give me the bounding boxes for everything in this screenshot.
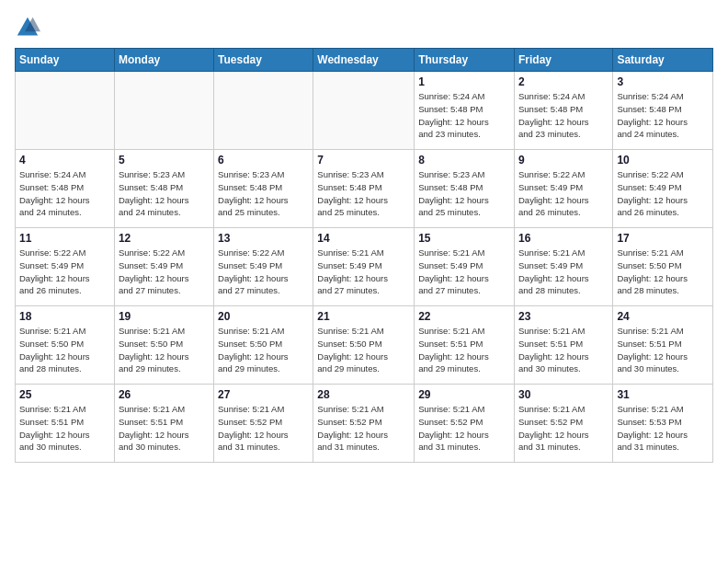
day-number: 30 xyxy=(518,388,609,401)
day-number: 13 xyxy=(218,232,309,245)
calendar: SundayMondayTuesdayWednesdayThursdayFrid… xyxy=(15,48,713,463)
day-number: 16 xyxy=(518,232,609,245)
day-info: Sunrise: 5:22 AM Sunset: 5:49 PM Dayligh… xyxy=(617,168,709,219)
day-info: Sunrise: 5:21 AM Sunset: 5:50 PM Dayligh… xyxy=(218,325,309,375)
day-info: Sunrise: 5:21 AM Sunset: 5:53 PM Dayligh… xyxy=(617,403,709,454)
day-info: Sunrise: 5:21 AM Sunset: 5:51 PM Dayligh… xyxy=(418,325,510,375)
day-info: Sunrise: 5:21 AM Sunset: 5:51 PM Dayligh… xyxy=(19,403,110,454)
calendar-day-cell: 31Sunrise: 5:21 AM Sunset: 5:53 PM Dayli… xyxy=(613,385,713,463)
day-info: Sunrise: 5:24 AM Sunset: 5:48 PM Dayligh… xyxy=(418,90,510,141)
day-number: 21 xyxy=(317,310,410,323)
day-number: 11 xyxy=(19,232,110,245)
day-number: 17 xyxy=(617,232,709,245)
day-info: Sunrise: 5:24 AM Sunset: 5:48 PM Dayligh… xyxy=(518,90,609,141)
day-number: 7 xyxy=(317,154,410,167)
calendar-week-row: 25Sunrise: 5:21 AM Sunset: 5:51 PM Dayli… xyxy=(16,385,713,463)
calendar-day-header: Tuesday xyxy=(214,49,313,72)
calendar-day-cell: 25Sunrise: 5:21 AM Sunset: 5:51 PM Dayli… xyxy=(16,385,115,463)
day-number: 2 xyxy=(518,75,609,88)
day-number: 3 xyxy=(617,75,709,88)
calendar-day-cell xyxy=(313,72,415,150)
day-number: 10 xyxy=(617,154,709,167)
calendar-day-header: Wednesday xyxy=(313,49,415,72)
day-number: 14 xyxy=(317,232,410,245)
day-info: Sunrise: 5:21 AM Sunset: 5:50 PM Dayligh… xyxy=(19,325,110,375)
calendar-day-header: Sunday xyxy=(16,49,115,72)
calendar-day-cell: 3Sunrise: 5:24 AM Sunset: 5:48 PM Daylig… xyxy=(613,72,713,150)
day-number: 4 xyxy=(19,154,110,167)
day-info: Sunrise: 5:21 AM Sunset: 5:50 PM Dayligh… xyxy=(317,325,410,375)
day-info: Sunrise: 5:21 AM Sunset: 5:50 PM Dayligh… xyxy=(617,247,709,297)
day-number: 20 xyxy=(218,310,309,323)
day-number: 23 xyxy=(518,310,609,323)
day-number: 6 xyxy=(218,154,309,167)
day-number: 1 xyxy=(418,75,510,88)
calendar-day-cell: 12Sunrise: 5:22 AM Sunset: 5:49 PM Dayli… xyxy=(114,228,213,306)
day-info: Sunrise: 5:21 AM Sunset: 5:49 PM Dayligh… xyxy=(317,247,410,297)
calendar-day-cell xyxy=(16,72,115,150)
day-number: 22 xyxy=(418,310,510,323)
day-info: Sunrise: 5:22 AM Sunset: 5:49 PM Dayligh… xyxy=(518,168,609,219)
day-info: Sunrise: 5:22 AM Sunset: 5:49 PM Dayligh… xyxy=(119,247,210,297)
calendar-day-cell: 8Sunrise: 5:23 AM Sunset: 5:48 PM Daylig… xyxy=(415,150,515,228)
logo-icon xyxy=(15,15,40,40)
calendar-week-row: 1Sunrise: 5:24 AM Sunset: 5:48 PM Daylig… xyxy=(16,72,713,150)
calendar-day-cell: 24Sunrise: 5:21 AM Sunset: 5:51 PM Dayli… xyxy=(613,306,713,385)
calendar-day-cell: 15Sunrise: 5:21 AM Sunset: 5:49 PM Dayli… xyxy=(415,228,515,306)
calendar-day-cell: 1Sunrise: 5:24 AM Sunset: 5:48 PM Daylig… xyxy=(415,72,515,150)
calendar-day-cell: 23Sunrise: 5:21 AM Sunset: 5:51 PM Dayli… xyxy=(514,306,612,385)
day-number: 28 xyxy=(317,388,410,401)
calendar-day-cell: 30Sunrise: 5:21 AM Sunset: 5:52 PM Dayli… xyxy=(514,385,612,463)
calendar-day-cell: 7Sunrise: 5:23 AM Sunset: 5:48 PM Daylig… xyxy=(313,150,415,228)
day-info: Sunrise: 5:21 AM Sunset: 5:50 PM Dayligh… xyxy=(119,325,210,375)
calendar-day-cell: 20Sunrise: 5:21 AM Sunset: 5:50 PM Dayli… xyxy=(214,306,313,385)
day-number: 5 xyxy=(119,154,210,167)
day-number: 12 xyxy=(119,232,210,245)
calendar-day-cell: 17Sunrise: 5:21 AM Sunset: 5:50 PM Dayli… xyxy=(613,228,713,306)
calendar-day-cell: 10Sunrise: 5:22 AM Sunset: 5:49 PM Dayli… xyxy=(613,150,713,228)
calendar-header-row: SundayMondayTuesdayWednesdayThursdayFrid… xyxy=(16,49,713,72)
calendar-day-cell: 16Sunrise: 5:21 AM Sunset: 5:49 PM Dayli… xyxy=(514,228,612,306)
calendar-day-cell: 4Sunrise: 5:24 AM Sunset: 5:48 PM Daylig… xyxy=(16,150,115,228)
calendar-day-header: Thursday xyxy=(415,49,515,72)
day-number: 29 xyxy=(418,388,510,401)
day-info: Sunrise: 5:21 AM Sunset: 5:51 PM Dayligh… xyxy=(518,325,609,375)
day-number: 15 xyxy=(418,232,510,245)
day-info: Sunrise: 5:22 AM Sunset: 5:49 PM Dayligh… xyxy=(19,247,110,297)
calendar-day-cell xyxy=(114,72,213,150)
day-number: 25 xyxy=(19,388,110,401)
day-info: Sunrise: 5:21 AM Sunset: 5:52 PM Dayligh… xyxy=(317,403,410,454)
calendar-week-row: 11Sunrise: 5:22 AM Sunset: 5:49 PM Dayli… xyxy=(16,228,713,306)
day-info: Sunrise: 5:23 AM Sunset: 5:48 PM Dayligh… xyxy=(218,168,309,219)
calendar-day-cell xyxy=(214,72,313,150)
day-info: Sunrise: 5:21 AM Sunset: 5:51 PM Dayligh… xyxy=(119,403,210,454)
calendar-day-cell: 2Sunrise: 5:24 AM Sunset: 5:48 PM Daylig… xyxy=(514,72,612,150)
calendar-day-cell: 26Sunrise: 5:21 AM Sunset: 5:51 PM Dayli… xyxy=(114,385,213,463)
calendar-day-header: Friday xyxy=(514,49,612,72)
calendar-day-cell: 18Sunrise: 5:21 AM Sunset: 5:50 PM Dayli… xyxy=(16,306,115,385)
day-info: Sunrise: 5:21 AM Sunset: 5:52 PM Dayligh… xyxy=(418,403,510,454)
calendar-day-cell: 14Sunrise: 5:21 AM Sunset: 5:49 PM Dayli… xyxy=(313,228,415,306)
calendar-day-cell: 29Sunrise: 5:21 AM Sunset: 5:52 PM Dayli… xyxy=(415,385,515,463)
calendar-day-cell: 22Sunrise: 5:21 AM Sunset: 5:51 PM Dayli… xyxy=(415,306,515,385)
day-info: Sunrise: 5:23 AM Sunset: 5:48 PM Dayligh… xyxy=(317,168,410,219)
day-info: Sunrise: 5:21 AM Sunset: 5:51 PM Dayligh… xyxy=(617,325,709,375)
day-number: 24 xyxy=(617,310,709,323)
day-info: Sunrise: 5:21 AM Sunset: 5:49 PM Dayligh… xyxy=(418,247,510,297)
logo xyxy=(15,15,44,40)
calendar-day-cell: 28Sunrise: 5:21 AM Sunset: 5:52 PM Dayli… xyxy=(313,385,415,463)
day-number: 8 xyxy=(418,154,510,167)
day-info: Sunrise: 5:24 AM Sunset: 5:48 PM Dayligh… xyxy=(19,168,110,219)
calendar-day-cell: 11Sunrise: 5:22 AM Sunset: 5:49 PM Dayli… xyxy=(16,228,115,306)
calendar-day-header: Saturday xyxy=(613,49,713,72)
day-number: 18 xyxy=(19,310,110,323)
calendar-week-row: 4Sunrise: 5:24 AM Sunset: 5:48 PM Daylig… xyxy=(16,150,713,228)
day-info: Sunrise: 5:21 AM Sunset: 5:52 PM Dayligh… xyxy=(518,403,609,454)
calendar-day-cell: 9Sunrise: 5:22 AM Sunset: 5:49 PM Daylig… xyxy=(514,150,612,228)
calendar-day-cell: 6Sunrise: 5:23 AM Sunset: 5:48 PM Daylig… xyxy=(214,150,313,228)
page-header xyxy=(15,15,713,40)
day-info: Sunrise: 5:23 AM Sunset: 5:48 PM Dayligh… xyxy=(119,168,210,219)
calendar-day-cell: 19Sunrise: 5:21 AM Sunset: 5:50 PM Dayli… xyxy=(114,306,213,385)
day-number: 31 xyxy=(617,388,709,401)
calendar-day-header: Monday xyxy=(114,49,213,72)
